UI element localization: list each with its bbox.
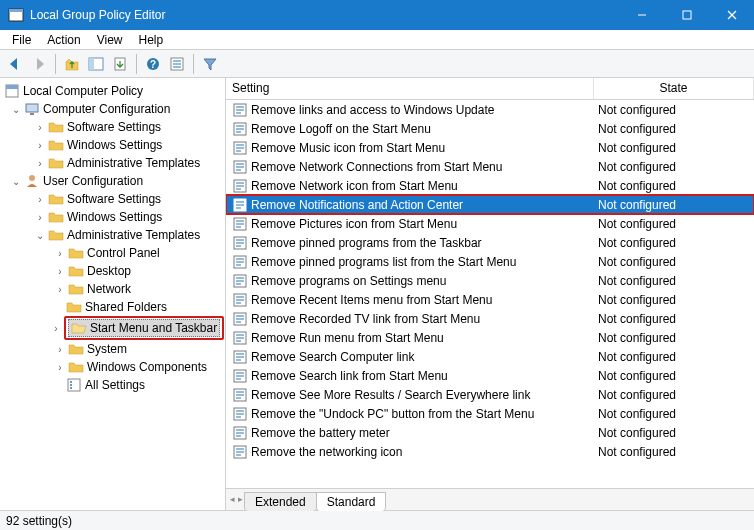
tree-control-panel[interactable]: › Control Panel <box>0 244 225 262</box>
expand-icon[interactable]: › <box>54 247 66 259</box>
folder-icon <box>68 263 84 279</box>
tab-standard[interactable]: Standard <box>316 492 387 511</box>
row-state: Not configured <box>594 217 754 231</box>
expand-icon[interactable]: › <box>54 265 66 277</box>
tree-shared-folders[interactable]: Shared Folders <box>0 298 225 316</box>
list-row[interactable]: Remove the "Undock PC" button from the S… <box>226 404 754 423</box>
list-row[interactable]: Remove Run menu from Start MenuNot confi… <box>226 328 754 347</box>
row-state: Not configured <box>594 103 754 117</box>
back-button[interactable] <box>4 53 26 75</box>
expand-icon[interactable]: › <box>50 322 62 334</box>
expand-icon[interactable]: › <box>34 193 46 205</box>
expand-icon[interactable]: › <box>34 139 46 151</box>
folder-icon <box>48 191 64 207</box>
tree-label: User Configuration <box>43 174 143 188</box>
expand-icon[interactable]: › <box>34 121 46 133</box>
list-row[interactable]: Remove pinned programs from the TaskbarN… <box>226 233 754 252</box>
column-setting[interactable]: Setting <box>226 78 594 99</box>
expand-icon[interactable]: › <box>54 283 66 295</box>
navigation-tree[interactable]: Local Computer Policy ⌄ Computer Configu… <box>0 78 226 510</box>
tree-user-config[interactable]: ⌄ User Configuration <box>0 172 225 190</box>
tree-uc-software[interactable]: › Software Settings <box>0 190 225 208</box>
list-row[interactable]: Remove Recorded TV link from Start MenuN… <box>226 309 754 328</box>
settings-list[interactable]: Remove links and access to Windows Updat… <box>226 100 754 488</box>
expand-icon[interactable]: › <box>34 157 46 169</box>
close-button[interactable] <box>709 0 754 30</box>
tab-extended[interactable]: Extended <box>244 492 317 511</box>
expand-icon[interactable]: › <box>54 361 66 373</box>
menu-action[interactable]: Action <box>39 31 88 49</box>
collapse-icon[interactable]: ⌄ <box>34 229 46 241</box>
help-button[interactable]: ? <box>142 53 164 75</box>
policy-item-icon <box>232 197 248 213</box>
list-row[interactable]: Remove links and access to Windows Updat… <box>226 100 754 119</box>
menu-file[interactable]: File <box>4 31 39 49</box>
tree-desktop[interactable]: › Desktop <box>0 262 225 280</box>
folder-icon <box>68 341 84 357</box>
export-list-button[interactable] <box>109 53 131 75</box>
list-row[interactable]: Remove Search Computer linkNot configure… <box>226 347 754 366</box>
user-icon <box>24 173 40 189</box>
column-state[interactable]: State <box>594 78 754 99</box>
tree-root[interactable]: Local Computer Policy <box>0 82 225 100</box>
row-state: Not configured <box>594 312 754 326</box>
expand-icon[interactable]: › <box>54 343 66 355</box>
list-row[interactable]: Remove the networking iconNot configured <box>226 442 754 461</box>
tree-network[interactable]: › Network <box>0 280 225 298</box>
list-row[interactable]: Remove the battery meterNot configured <box>226 423 754 442</box>
row-setting: Remove Logoff on the Start Menu <box>251 122 594 136</box>
tree-cc-software[interactable]: › Software Settings <box>0 118 225 136</box>
list-row[interactable]: Remove Search link from Start MenuNot co… <box>226 366 754 385</box>
tree-start-menu-taskbar[interactable]: Start Menu and Taskbar <box>68 319 220 337</box>
row-setting: Remove pinned programs from the Taskbar <box>251 236 594 250</box>
list-row[interactable]: Remove Notifications and Action CenterNo… <box>226 195 754 214</box>
svg-rect-19 <box>30 113 34 115</box>
up-level-button[interactable] <box>61 53 83 75</box>
list-header: Setting State <box>226 78 754 100</box>
tree-cc-windows[interactable]: › Windows Settings <box>0 136 225 154</box>
tree-uc-windows[interactable]: › Windows Settings <box>0 208 225 226</box>
row-setting: Remove Music icon from Start Menu <box>251 141 594 155</box>
collapse-icon[interactable]: ⌄ <box>10 103 22 115</box>
minimize-button[interactable] <box>619 0 664 30</box>
tree-all-settings[interactable]: All Settings <box>0 376 225 394</box>
expand-icon[interactable]: › <box>34 211 46 223</box>
list-row[interactable]: Remove Music icon from Start MenuNot con… <box>226 138 754 157</box>
tab-scroll-right-icon[interactable]: ▸ <box>236 492 244 506</box>
list-row[interactable]: Remove Pictures icon from Start MenuNot … <box>226 214 754 233</box>
list-row[interactable]: Remove See More Results / Search Everywh… <box>226 385 754 404</box>
list-row[interactable]: Remove Recent Items menu from Start Menu… <box>226 290 754 309</box>
filter-button[interactable] <box>199 53 221 75</box>
tree-windows-components[interactable]: › Windows Components <box>0 358 225 376</box>
menu-help[interactable]: Help <box>131 31 172 49</box>
policy-item-icon <box>232 216 248 232</box>
list-row[interactable]: Remove pinned programs list from the Sta… <box>226 252 754 271</box>
folder-icon <box>48 155 64 171</box>
list-row[interactable]: Remove Network Connections from Start Me… <box>226 157 754 176</box>
maximize-button[interactable] <box>664 0 709 30</box>
tree-uc-admin[interactable]: ⌄ Administrative Templates <box>0 226 225 244</box>
tab-scroll-left-icon[interactable]: ◂ <box>228 492 236 506</box>
tree-cc-admin[interactable]: › Administrative Templates <box>0 154 225 172</box>
svg-rect-3 <box>683 11 691 19</box>
tree-computer-config[interactable]: ⌄ Computer Configuration <box>0 100 225 118</box>
policy-root-icon <box>4 83 20 99</box>
forward-button[interactable] <box>28 53 50 75</box>
list-row[interactable]: Remove Logoff on the Start MenuNot confi… <box>226 119 754 138</box>
row-state: Not configured <box>594 293 754 307</box>
policy-item-icon <box>232 254 248 270</box>
tree-label: Administrative Templates <box>67 156 200 170</box>
show-hide-tree-button[interactable] <box>85 53 107 75</box>
properties-button[interactable] <box>166 53 188 75</box>
menu-view[interactable]: View <box>89 31 131 49</box>
row-state: Not configured <box>594 198 754 212</box>
list-row[interactable]: Remove Network icon from Start MenuNot c… <box>226 176 754 195</box>
list-row[interactable]: Remove programs on Settings menuNot conf… <box>226 271 754 290</box>
policy-item-icon <box>232 349 248 365</box>
policy-item-icon <box>232 425 248 441</box>
toolbar-separator <box>193 54 194 74</box>
policy-item-icon <box>232 444 248 460</box>
tree-system[interactable]: › System <box>0 340 225 358</box>
collapse-icon[interactable]: ⌄ <box>10 175 22 187</box>
tree-label: Start Menu and Taskbar <box>90 321 217 335</box>
